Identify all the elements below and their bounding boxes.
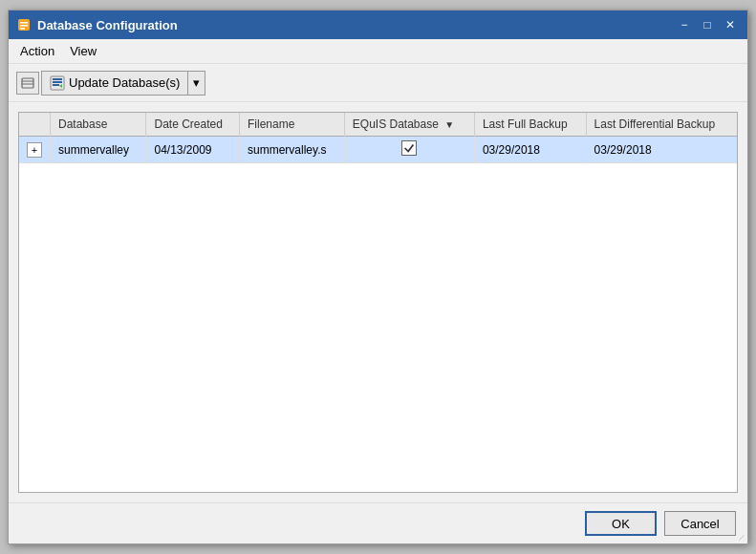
table-header-row: Database Date Created Filename EQuIS Dat… [19,113,737,137]
col-equis-database[interactable]: EQuIS Database ▼ [344,113,474,137]
col-date-created[interactable]: Date Created [146,113,240,137]
window-title: Database Configuration [37,18,178,32]
cancel-button[interactable]: Cancel [664,511,736,536]
title-bar: Database Configuration − □ ✕ [9,11,747,39]
svg-rect-8 [53,78,62,80]
arrow-down-icon: ▾ [193,75,200,90]
update-icon [50,75,65,91]
cell-last-full-backup: 03/29/2018 [474,137,586,163]
col-filename[interactable]: Filename [240,113,345,137]
ok-button[interactable]: OK [585,511,657,536]
title-controls: − □ ✕ [675,15,740,34]
cell-last-diff-backup: 03/29/2018 [586,137,737,163]
update-dropdown-arrow[interactable]: ▾ [188,72,205,95]
database-table-container: Database Date Created Filename EQuIS Dat… [18,112,738,493]
cell-equis-database [344,137,474,163]
svg-rect-3 [20,28,25,30]
svg-rect-2 [20,25,28,27]
svg-rect-1 [20,22,28,24]
svg-rect-4 [22,78,33,88]
close-button[interactable]: ✕ [721,15,740,34]
main-window: Database Configuration − □ ✕ Action View [8,10,748,544]
toolbar: Update Database(s) ▾ [9,64,747,102]
row-expand-cell[interactable]: + [19,137,51,163]
col-last-diff-backup[interactable]: Last Differential Backup [586,113,737,137]
col-expand [19,113,51,137]
footer-bar: OK Cancel [9,502,747,543]
expand-button[interactable]: + [27,142,42,158]
col-database[interactable]: Database [51,113,146,137]
maximize-button[interactable]: □ [698,15,717,34]
content-area: Database Date Created Filename EQuIS Dat… [9,102,747,502]
minimize-button[interactable]: − [675,15,694,34]
resize-handle[interactable]: ⟋ [737,532,746,543]
checkbox-checked-icon [401,140,417,156]
toolbar-small-icon[interactable] [16,72,39,95]
update-database-button[interactable]: Update Database(s) ▾ [41,71,205,96]
table-row[interactable]: + summervalley 04/13/2009 summervalley.s [19,137,737,163]
update-database-main[interactable]: Update Database(s) [42,72,188,95]
menubar: Action View [9,39,747,64]
filter-icon: ▼ [444,119,454,130]
col-last-full-backup[interactable]: Last Full Backup [474,113,586,137]
update-button-label: Update Database(s) [69,75,180,90]
cell-database: summervalley [51,137,146,163]
cell-date-created: 04/13/2009 [146,137,240,163]
db-small-icon [21,76,34,90]
menu-action[interactable]: Action [12,41,62,61]
title-bar-left: Database Configuration [16,17,178,32]
cell-filename: summervalley.s [240,137,345,163]
menu-view[interactable]: View [62,41,104,61]
svg-rect-10 [53,84,59,86]
app-icon [16,17,32,32]
database-table: Database Date Created Filename EQuIS Dat… [19,113,737,163]
svg-rect-9 [53,81,62,83]
